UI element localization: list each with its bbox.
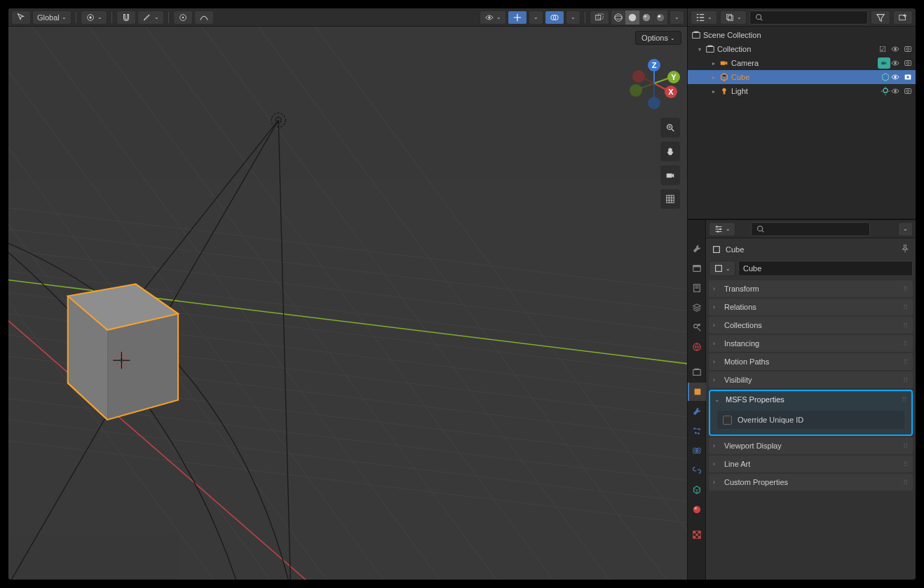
panel-head[interactable]: ›Motion Paths⠿ [709,353,913,370]
panel-head[interactable]: ›Custom Properties⠿ [709,474,913,491]
gizmo-neg-x[interactable] [632,70,645,83]
zoom-button[interactable] [660,118,680,137]
properties-extra-dropdown[interactable]: ⌄ [898,222,913,236]
gizmo-z-axis[interactable]: Z [648,59,660,71]
drag-handle-icon[interactable]: ⠿ [903,479,909,486]
tab-scene[interactable] [688,318,706,336]
viewport-side-buttons [660,118,680,209]
pan-button[interactable] [660,142,680,161]
shading-material[interactable] [639,11,653,25]
properties-options-dropdown[interactable]: ⌄ [709,222,735,236]
checkbox-icon[interactable]: ☑ [878,44,888,54]
shading-wireframe[interactable] [611,11,625,25]
proportional-falloff-dropdown[interactable] [194,11,214,25]
eye-icon[interactable] [890,86,900,96]
shading-options-dropdown[interactable]: ⌄ [670,11,684,25]
gizmo-toggle[interactable] [508,11,527,25]
overlay-dropdown[interactable]: ⌄ [566,11,580,25]
viewport-3d[interactable]: Options ⌄ Z Y X [8,27,687,580]
panel-head[interactable]: ›Relations⠿ [709,299,913,315]
drag-handle-icon[interactable]: ⠿ [903,376,909,384]
panel-head[interactable]: ›Transform⠿ [709,280,913,297]
drag-handle-icon[interactable]: ⠿ [903,358,909,366]
gizmo-y-axis[interactable]: Y [667,71,680,83]
expand-icon[interactable]: ▸ [709,74,719,81]
drag-handle-icon[interactable]: ⠿ [903,285,909,293]
checkbox[interactable] [723,416,732,425]
tab-texture[interactable] [688,526,706,544]
panel-head[interactable]: ›Line Art⠿ [709,456,913,472]
tab-modifiers[interactable] [688,402,706,421]
eye-icon[interactable] [890,58,900,68]
render-icon[interactable] [903,44,913,54]
drag-handle-icon[interactable]: ⠿ [903,442,909,450]
nav-gizmo[interactable]: Z Y X [628,57,680,109]
pivot-dropdown[interactable]: ⌄ [81,11,107,25]
visibility-dropdown[interactable]: ⌄ [480,11,506,25]
panel-head[interactable]: ›Viewport Display⠿ [709,437,913,454]
gizmo-x-axis[interactable]: X [665,86,677,98]
tree-item-camera[interactable]: ▸ Camera [688,56,916,70]
expand-icon[interactable]: ▸ [709,88,719,95]
sliders-icon [714,224,723,234]
tab-viewlayer[interactable] [688,299,706,317]
camera-view-button[interactable] [660,165,680,185]
orientation-dropdown[interactable]: Global ⌄ [32,11,72,25]
tab-world[interactable] [688,338,706,356]
drag-handle-icon[interactable]: ⠿ [903,322,909,329]
tree-item-light[interactable]: ▸ Light [688,84,916,98]
shading-solid[interactable] [625,11,639,25]
object-type-dropdown[interactable]: ⌄ [709,261,735,276]
drag-handle-icon[interactable]: ⠿ [903,303,909,311]
tab-tool[interactable] [688,240,706,258]
tab-collection[interactable] [688,363,706,381]
tab-data[interactable] [688,481,706,499]
render-icon[interactable] [903,58,913,68]
gizmo-neg-y[interactable] [630,84,642,97]
outliner-mode-dropdown[interactable]: ⌄ [691,11,717,25]
object-name-field[interactable]: Cube [738,261,913,276]
gizmo-neg-z[interactable] [648,97,660,109]
tab-object[interactable] [688,383,706,401]
shading-rendered[interactable] [653,11,667,25]
drag-handle-icon[interactable]: ⠿ [903,340,909,348]
panel-head[interactable]: ›Visibility⠿ [709,371,913,388]
eye-icon[interactable] [890,72,900,82]
override-unique-id-row[interactable]: Override Unique ID [717,411,904,429]
tab-particles[interactable] [688,422,706,440]
tab-material[interactable] [688,500,706,519]
properties-search[interactable] [751,222,870,236]
snap-toggle[interactable] [116,11,136,25]
panel-head[interactable]: ›Instancing⠿ [709,335,913,352]
properties-panel: ⌄ ⌄ Cube [688,220,916,580]
tab-render[interactable] [688,259,706,278]
render-icon[interactable] [903,86,913,96]
outliner-filter-button[interactable] [871,11,890,25]
xray-toggle[interactable] [590,11,609,25]
drag-handle-icon[interactable]: ⠿ [902,396,907,404]
snap-mode-dropdown[interactable]: ⌄ [137,11,164,25]
tree-collection[interactable]: ▾ Collection ☑ [688,42,916,56]
expand-icon[interactable]: ▸ [709,60,719,67]
tab-output[interactable] [688,279,706,297]
drag-handle-icon[interactable]: ⠿ [903,460,909,468]
overlay-toggle[interactable] [545,11,564,25]
outliner-new-collection-button[interactable] [893,11,913,25]
tree-scene-collection[interactable]: Scene Collection [688,28,916,42]
panel-head[interactable]: ›Collections⠿ [709,317,913,334]
outliner-search[interactable] [749,11,868,25]
tab-physics[interactable] [688,442,706,460]
expand-icon[interactable]: ▾ [695,46,705,53]
eye-icon[interactable] [890,44,900,54]
tree-item-cube[interactable]: ▸ Cube [688,70,916,84]
pin-button[interactable] [900,244,910,255]
options-dropdown[interactable]: Options ⌄ [635,31,681,45]
proportional-edit-toggle[interactable] [173,11,193,25]
panel-head[interactable]: ⌄MSFS Properties⠿ [710,391,911,408]
perspective-toggle-button[interactable] [660,189,680,209]
render-icon[interactable] [903,72,913,82]
tab-constraints[interactable] [688,461,706,479]
gizmo-dropdown[interactable]: ⌄ [529,11,543,25]
cursor-mode-dropdown[interactable] [11,11,31,25]
outliner-display-dropdown[interactable]: ⌄ [720,11,747,25]
